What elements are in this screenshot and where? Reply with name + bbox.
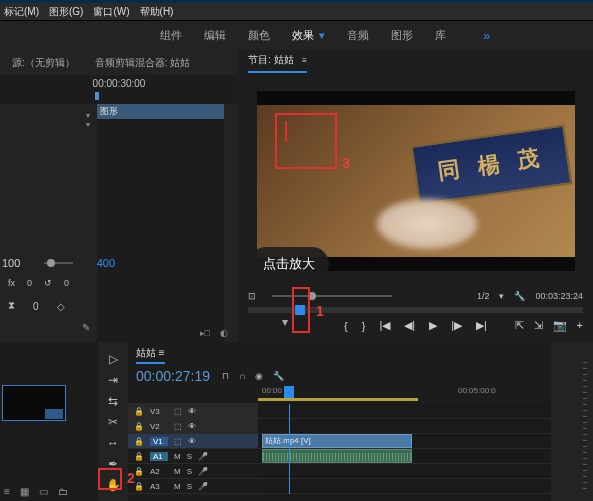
ripple-tool-icon[interactable]: ⇆ [104,394,122,408]
icon-view-icon[interactable]: ▦ [20,486,29,497]
button-editor-icon[interactable]: + [577,319,583,332]
toggle-lock-icon[interactable]: 🔒 [134,407,144,416]
timeline-tab-menu-icon[interactable]: ≡ [159,347,165,358]
go-in-icon[interactable]: |◀ [379,319,390,332]
settings-wrench-icon[interactable]: 🔧 [514,291,525,301]
track-a3[interactable] [258,479,551,494]
program-tab-label: 节目: 姑姑 [248,54,294,65]
prog-zoom-value[interactable]: 1/2 [477,291,490,301]
new-bin-icon[interactable]: 🗀 [58,486,68,497]
toggle-lock-icon[interactable]: 🔒 [134,437,144,446]
track-v1[interactable]: 姑姑.mp4 [V] [258,434,551,449]
ws-tab-audio[interactable]: 音频 [347,28,369,43]
prog-zoom-slider[interactable] [272,295,392,297]
program-tab-menu-icon[interactable]: ≡ [302,56,307,65]
track-head-v1[interactable]: 🔒V1⬚👁 [128,434,258,449]
list-view-icon[interactable]: ≡ [4,486,10,497]
track-head-a2[interactable]: 🔒A2MS🎤 [128,464,258,479]
linked-sel-icon[interactable]: ∩ [239,371,245,381]
step-fwd-icon[interactable]: |▶ [451,319,462,332]
ws-tab-dropdown-icon: ▾ [319,29,325,42]
stopwatch-icon[interactable]: ⧗ [8,300,15,312]
track-head-a3[interactable]: 🔒A3MS🎤 [128,479,258,494]
timeline-tab[interactable]: 姑姑 ≡ [136,346,165,364]
marker-icon[interactable]: ◉ [255,371,263,381]
prog-timecode: 00:03:23:24 [535,291,583,301]
pen-tool-icon[interactable]: ✎ [82,322,94,333]
lift-icon[interactable]: ⇱ [515,319,524,332]
play-icon[interactable]: ▶ [429,319,437,332]
reset-icon[interactable]: ↺ [44,278,52,288]
audio-meter [551,342,593,501]
track-head-a1[interactable]: 🔒A1MS🎤 [128,449,258,464]
timeline-timecode[interactable]: 00:00:27:19 [136,368,210,384]
track-v2[interactable] [258,419,551,434]
clip-v1[interactable]: 姑姑.mp4 [V] [262,434,412,448]
program-tab[interactable]: 节目: 姑姑 ≡ [248,53,307,73]
source-ruler[interactable] [0,92,238,104]
src-loop-icon[interactable]: ◐ [220,328,228,338]
go-out-icon[interactable]: ▶| [476,319,487,332]
menu-graphic[interactable]: 图形(G) [49,5,83,19]
video-sign: 同 楊 茂 [410,125,572,206]
project-thumbnail[interactable] [2,385,66,421]
track-v3[interactable] [258,404,551,419]
ws-tab-graphics[interactable]: 图形 [391,28,413,43]
ws-tab-editing[interactable]: 编辑 [204,28,226,43]
timeline-playhead[interactable] [284,386,294,398]
freeform-view-icon[interactable]: ▭ [39,486,48,497]
track-a1[interactable] [258,449,551,464]
ws-tab-effects[interactable]: 效果 ▾ [292,28,325,43]
clip-a1[interactable] [262,449,412,463]
ws-tab-more-icon[interactable]: » [483,28,490,43]
tl-settings-icon[interactable]: 🔧 [273,371,284,381]
toggle-lock-icon[interactable]: 🔒 [134,482,144,491]
ws-tab-assembly[interactable]: 组件 [160,28,182,43]
work-area-bar[interactable] [258,398,418,401]
toggle-lock-icon[interactable]: 🔒 [134,422,144,431]
src-zoom-slider[interactable] [44,262,72,264]
track-head-v3[interactable]: 🔒V3⬚👁 [128,404,258,419]
toggle-lock-icon[interactable]: 🔒 [134,467,144,476]
ws-tab-color[interactable]: 颜色 [248,28,270,43]
toggle-lock-icon[interactable]: 🔒 [134,452,144,461]
selection-tool-icon[interactable]: ▷ [104,352,122,366]
timeline-ruler[interactable]: 00:00 00:05:00:0 [258,384,551,404]
workspace-tabs: 组件 编辑 颜色 效果 ▾ 音频 图形 库 » [0,21,593,50]
in-point-marker[interactable] [95,92,99,100]
src-val0: 0 [27,278,32,288]
extract-icon[interactable]: ⇲ [534,319,543,332]
annotation-box-3 [275,113,337,169]
source-tab-audiomixer[interactable]: 音频剪辑混合器: 姑姑 [95,56,191,70]
fx-icon[interactable]: fx [8,278,15,288]
mark-out-icon[interactable]: } [362,320,366,332]
src-timeline-icon[interactable]: ▸□ [200,328,210,338]
collapse-icon[interactable]: ▾▾ [86,111,90,129]
ruler-tick-0: 00:00 [262,386,282,395]
annotation-label-2: 2 [127,470,135,486]
source-clip-bar[interactable]: 图形 [97,104,224,119]
track-head-v2[interactable]: 🔒V2⬚👁 [128,419,258,434]
source-panel: 源:（无剪辑） 音频剪辑混合器: 姑姑 00:00:30:00 图形 ▾▾ 10… [0,50,238,342]
prog-zoom-drop-icon[interactable]: ▾ [499,291,504,301]
annotation-box-1 [292,287,310,333]
source-tab-noclip[interactable]: 源:（无剪辑） [12,56,75,70]
track-select-tool-icon[interactable]: ⇥ [104,373,122,387]
slip-tool-icon[interactable]: ↔ [104,436,122,450]
menu-window[interactable]: 窗口(W) [93,5,129,19]
track-area[interactable]: 00:00 00:05:00:0 姑姑.mp4 [V] [258,384,551,501]
menu-mark[interactable]: 标记(M) [4,5,39,19]
razor-tool-icon[interactable]: ✂ [104,415,122,429]
menu-help[interactable]: 帮助(H) [140,5,174,19]
keyframe-nav-icon[interactable]: ◇ [57,301,65,312]
playhead-line [289,404,290,494]
export-frame-icon[interactable]: 📷 [553,319,567,332]
timeline-tab-label: 姑姑 [136,347,156,358]
step-back-icon[interactable]: ◀| [404,319,415,332]
ws-tab-library[interactable]: 库 [435,28,446,43]
snap-icon[interactable]: ⊓ [222,371,229,381]
mark-in-icon[interactable]: { [344,320,348,332]
track-a2[interactable] [258,464,551,479]
fit-icon[interactable]: ⊡ [248,291,256,301]
ws-tab-effects-label: 效果 [292,28,314,43]
